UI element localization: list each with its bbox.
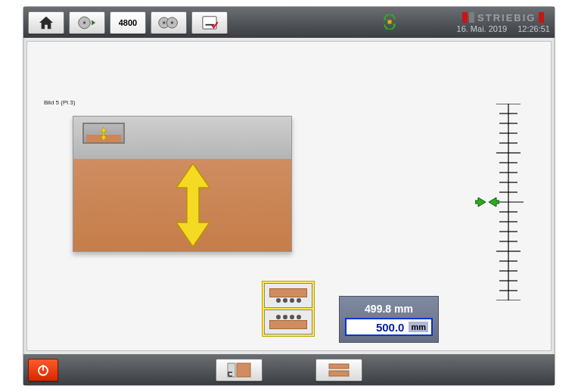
blade-left-icon <box>77 14 97 31</box>
layout-corner-icon <box>226 362 252 378</box>
sync-ok-icon <box>382 14 397 30</box>
svg-point-5 <box>171 21 174 24</box>
layout-corner-button[interactable] <box>216 359 263 381</box>
bottom-toolbar <box>23 354 555 385</box>
brand-logo: STRIEBIG <box>462 12 544 23</box>
counter-value: 4800 <box>119 18 137 27</box>
svg-rect-38 <box>329 371 349 376</box>
list-button[interactable] <box>191 11 228 34</box>
svg-point-4 <box>163 21 166 24</box>
picture-label: Bild 5 (Pl 3) <box>44 99 75 106</box>
dual-blade-button[interactable] <box>151 11 187 34</box>
ruler-pointer-left-icon <box>475 197 486 207</box>
mini-updown-arrow-icon <box>100 127 107 141</box>
ruler-pointer-right-icon <box>489 197 499 207</box>
top-toolbar: 4800 STRIEBIG 16. Mai. 2019 12:26:51 <box>23 7 555 38</box>
feed-option-bottom[interactable] <box>264 310 312 334</box>
dual-blade-icon <box>157 15 180 30</box>
preview-mini-gauge <box>82 123 125 144</box>
feed-option-group <box>262 281 315 337</box>
power-button[interactable] <box>28 359 58 381</box>
measurement-input[interactable]: 500.0 mm <box>345 318 433 336</box>
measurement-panel: 499.8 mm 500.0 mm <box>339 296 439 343</box>
time-label: 12:26:51 <box>517 24 550 33</box>
layout-stack-icon <box>326 362 352 378</box>
svg-rect-37 <box>329 364 349 369</box>
brand-name: STRIEBIG <box>477 12 536 23</box>
svg-point-1 <box>83 21 85 23</box>
layout-stack-button[interactable] <box>315 359 362 381</box>
date-label: 16. Mai. 2019 <box>457 24 508 33</box>
svg-rect-35 <box>237 363 250 377</box>
updown-arrow-icon <box>172 163 214 247</box>
list-check-icon <box>201 15 218 30</box>
home-icon <box>38 15 54 30</box>
counter-display[interactable]: 4800 <box>110 11 146 34</box>
cut-preview-panel <box>73 116 292 252</box>
power-icon <box>36 363 50 377</box>
svg-rect-10 <box>388 20 392 24</box>
measurement-actual: 499.8 mm <box>365 303 413 315</box>
home-button[interactable] <box>28 11 64 34</box>
position-ruler[interactable] <box>489 104 528 300</box>
work-area: Bild 5 (Pl 3) 499.8 mm 500. <box>26 41 552 351</box>
feed-option-top[interactable] <box>264 283 312 308</box>
measurement-unit: mm <box>409 322 428 332</box>
measurement-target-value: 500.0 <box>350 321 404 334</box>
blade-left-button[interactable] <box>69 11 105 34</box>
